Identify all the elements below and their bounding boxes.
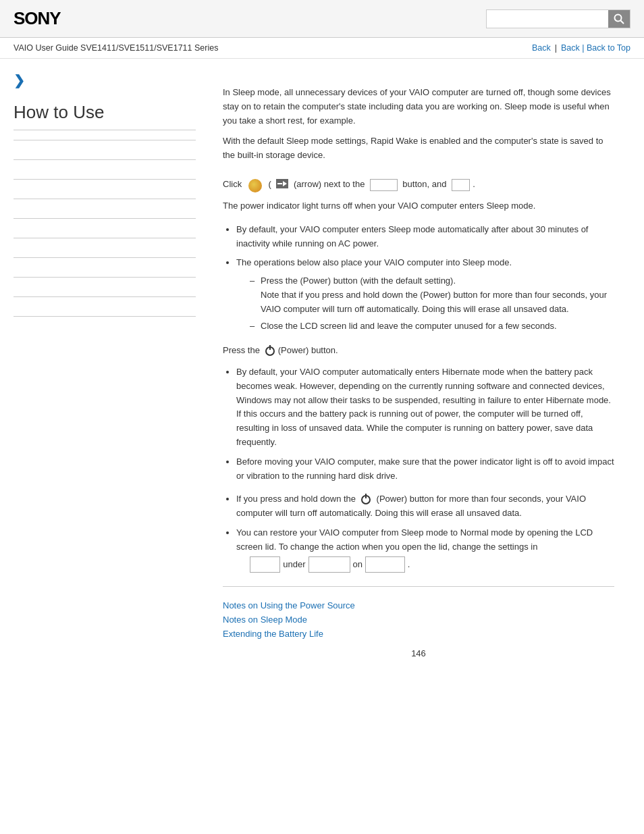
sidebar-divider-1 <box>14 140 196 140</box>
search-button[interactable] <box>608 10 630 28</box>
arrow-label: (arrow) next to the <box>291 179 367 189</box>
intro-section: In Sleep mode, all unnecessary devices o… <box>223 86 614 163</box>
arrow-next-icon <box>276 179 288 190</box>
sidebar: ❯ How to Use <box>0 59 209 679</box>
power-indicator-note: The power indicator light turns off when… <box>223 199 614 213</box>
sidebar-divider-5 <box>14 218 196 219</box>
notes-sleep-mode-link[interactable]: Notes on Sleep Mode <box>223 615 614 625</box>
paren-open: ( <box>266 179 274 189</box>
footer-divider <box>223 586 614 587</box>
sub-bullet-1: Press the (Power) button (with the defau… <box>250 274 614 316</box>
svg-rect-4 <box>277 183 282 184</box>
svg-line-1 <box>621 20 624 24</box>
intro-paragraph-2: With the default Sleep mode settings, Ra… <box>223 134 614 163</box>
search-input[interactable] <box>487 11 608 26</box>
step-instruction: Click ( (arrow) next to the button, and … <box>223 179 614 192</box>
sleep-button-placeholder <box>370 179 398 191</box>
power-icon-2 <box>361 495 371 504</box>
nav-links: Back | Back | Back to Top <box>532 43 630 53</box>
sub-note-1: Note that if you press and hold down the… <box>261 290 607 314</box>
hibernate-bullet-2: Before moving your VAIO computer, make s… <box>236 455 614 484</box>
guide-title: VAIO User Guide SVE1411/SVE1511/SVE1711 … <box>14 43 218 53</box>
search-box[interactable] <box>486 9 630 28</box>
bullet-item-1: By default, your VAIO computer enters Sl… <box>236 223 614 251</box>
sidebar-divider-10 <box>14 316 196 317</box>
press-instruction: Press the (Power) button. <box>223 345 614 356</box>
settings-placeholder-3 <box>365 556 405 572</box>
sub-bullet-2: Close the LCD screen lid and leave the c… <box>250 319 614 334</box>
notes-bullets: If you press and hold down the (Power) b… <box>236 492 614 572</box>
power-icon <box>265 346 275 356</box>
sidebar-divider-4 <box>14 199 196 199</box>
back-to-top-link[interactable]: Back | Back to Top <box>561 43 630 53</box>
arrow-icon <box>276 179 288 188</box>
sleep-mode-bullets: By default, your VAIO computer enters Sl… <box>236 223 614 334</box>
sidebar-arrow[interactable]: ❯ <box>14 72 196 88</box>
page-header: SONY <box>0 0 644 38</box>
sidebar-divider-2 <box>14 159 196 160</box>
page-number: 146 <box>223 648 614 658</box>
back-link[interactable]: Back <box>532 43 551 53</box>
sidebar-divider-7 <box>14 257 196 258</box>
sidebar-title: How to Use <box>14 102 196 130</box>
nav-bar: VAIO User Guide SVE1411/SVE1511/SVE1711 … <box>0 38 644 59</box>
search-icon <box>614 14 624 24</box>
extending-battery-life-link[interactable]: Extending the Battery Life <box>223 629 614 639</box>
sidebar-divider-9 <box>14 296 196 297</box>
notes-bullet-2: You can restore your VAIO computer from … <box>236 526 614 573</box>
period: . <box>473 179 475 189</box>
nav-separator: | <box>555 43 557 53</box>
bullet-item-2: The operations below also place your VAI… <box>236 256 614 333</box>
svg-point-0 <box>615 14 622 21</box>
sidebar-divider-3 <box>14 179 196 180</box>
hibernate-bullets: By default, your VAIO computer automatic… <box>236 365 614 483</box>
sidebar-divider-8 <box>14 277 196 278</box>
action-placeholder <box>452 179 470 191</box>
footer-links: Notes on Using the Power Source Notes on… <box>223 600 614 639</box>
button-and-label: button, and <box>400 179 449 189</box>
content-area: In Sleep mode, all unnecessary devices o… <box>209 59 635 679</box>
settings-placeholder-1 <box>250 556 280 572</box>
settings-placeholder-2 <box>308 556 350 572</box>
intro-paragraph-1: In Sleep mode, all unnecessary devices o… <box>223 86 614 128</box>
sidebar-divider-6 <box>14 238 196 238</box>
notes-bullet-1: If you press and hold down the (Power) b… <box>236 492 614 521</box>
sony-logo: SONY <box>14 8 61 29</box>
sidebar-dividers <box>14 140 196 317</box>
notes-bullet-2-inline: under on . <box>236 556 614 572</box>
click-label: Click <box>223 179 244 189</box>
main-container: ❯ How to Use In Sleep mode, all unnecess… <box>0 59 644 679</box>
hibernate-bullet-1: By default, your VAIO computer automatic… <box>236 365 614 450</box>
windows-start-icon <box>248 179 262 192</box>
sub-bullet-list: Press the (Power) button (with the defau… <box>250 274 614 333</box>
notes-power-source-link[interactable]: Notes on Using the Power Source <box>223 600 614 610</box>
